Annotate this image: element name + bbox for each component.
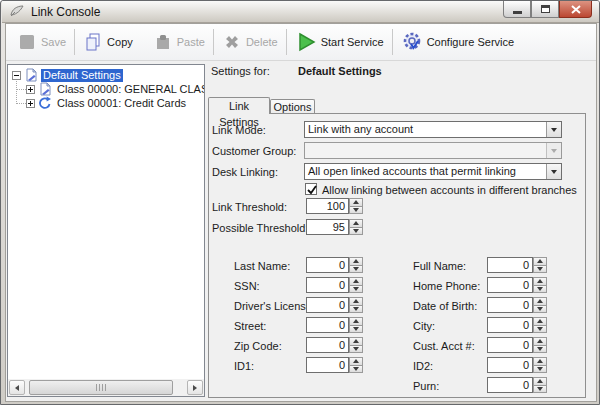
purn-input[interactable]: 0 [487, 377, 533, 393]
tree-item-class-00001[interactable]: Class 00001: Credit Cards [38, 96, 188, 110]
home-phone-spinner[interactable]: 0 [487, 277, 547, 293]
spin-up-button[interactable] [533, 337, 547, 346]
drivers-license-spinner[interactable]: 0 [306, 297, 363, 313]
possible-threshold-input[interactable]: 95 [306, 219, 349, 235]
id2-spinner[interactable]: 0 [487, 357, 547, 373]
tree-item-class-00000[interactable]: Class 00000: GENERAL CLASS OF BU [38, 82, 205, 96]
spin-up-button[interactable] [349, 277, 363, 286]
spin-up-icon [537, 299, 543, 303]
full-name-spinner[interactable]: 0 [487, 257, 547, 273]
link-threshold-spinner[interactable]: 100 [306, 198, 363, 214]
spin-up-button[interactable] [533, 377, 547, 386]
spin-down-button[interactable] [349, 366, 363, 374]
cust-acct-spinner[interactable]: 0 [487, 337, 547, 353]
allow-linking-checkbox[interactable] [305, 183, 317, 195]
collapse-toggle[interactable] [12, 71, 21, 80]
save-icon [17, 32, 37, 52]
city-spinner[interactable]: 0 [487, 317, 547, 333]
spin-down-button[interactable] [533, 306, 547, 314]
tree-horizontal-scrollbar[interactable] [8, 379, 204, 396]
spin-down-button[interactable] [349, 286, 363, 294]
spin-down-button[interactable] [349, 266, 363, 274]
date-of-birth-spinner[interactable]: 0 [487, 297, 547, 313]
city-input[interactable]: 0 [487, 317, 533, 333]
spin-down-button[interactable] [349, 306, 363, 314]
spin-down-icon [353, 367, 359, 371]
home-phone-input[interactable]: 0 [487, 277, 533, 293]
ssn-spinner[interactable]: 0 [306, 277, 363, 293]
desk-linking-dropdown[interactable]: All open linked accounts that permit lin… [304, 163, 562, 180]
spin-up-button[interactable] [533, 357, 547, 366]
toolbar-separator [286, 29, 287, 55]
purn-spinner[interactable]: 0 [487, 377, 547, 393]
spin-up-button[interactable] [533, 317, 547, 326]
spin-up-button[interactable] [349, 337, 363, 346]
scroll-right-button[interactable] [187, 380, 203, 395]
ssn-input[interactable]: 0 [306, 277, 349, 293]
save-button[interactable]: Save [14, 27, 69, 57]
expand-toggle[interactable] [26, 85, 35, 94]
expand-toggle[interactable] [26, 99, 35, 108]
id1-input[interactable]: 0 [306, 357, 349, 373]
spin-up-button[interactable] [533, 297, 547, 306]
configure-service-button[interactable]: Configure Service [398, 27, 517, 57]
last-name-input[interactable]: 0 [306, 257, 349, 273]
cust-acct-input[interactable]: 0 [487, 337, 533, 353]
spin-up-button[interactable] [533, 277, 547, 286]
copy-button[interactable]: Copy [80, 27, 136, 57]
link-mode-dropdown[interactable]: Link with any account [304, 121, 562, 138]
delete-button[interactable]: Delete [219, 27, 281, 57]
spin-down-button[interactable] [349, 326, 363, 334]
spin-down-button[interactable] [533, 346, 547, 354]
tab-options[interactable]: Options [270, 99, 315, 113]
spin-up-button[interactable] [349, 317, 363, 326]
spin-up-button[interactable] [349, 198, 363, 207]
spin-up-button[interactable] [349, 357, 363, 366]
zip-code-spinner[interactable]: 0 [306, 337, 363, 353]
date-of-birth-input[interactable]: 0 [487, 297, 533, 313]
id1-spinner[interactable]: 0 [306, 357, 363, 373]
zip-code-input[interactable]: 0 [306, 337, 349, 353]
spin-down-button[interactable] [533, 366, 547, 374]
desk-linking-label: Desk Linking: [212, 166, 278, 178]
close-button[interactable] [559, 1, 592, 18]
restore-button[interactable] [531, 1, 559, 18]
spin-up-icon [353, 200, 359, 204]
spin-up-button[interactable] [349, 257, 363, 266]
spin-down-button[interactable] [533, 326, 547, 334]
start-service-button[interactable]: Start Service [292, 27, 387, 57]
id2-input[interactable]: 0 [487, 357, 533, 373]
minimize-button[interactable] [503, 1, 531, 18]
titlebar[interactable]: Link Console [2, 1, 600, 23]
street-input[interactable]: 0 [306, 317, 349, 333]
dropdown-button[interactable] [546, 143, 561, 158]
dropdown-button[interactable] [546, 164, 561, 179]
paste-icon [153, 32, 173, 52]
spin-down-button[interactable] [349, 207, 363, 215]
scroll-left-button[interactable] [9, 380, 25, 395]
app-icon [9, 4, 25, 20]
street-spinner[interactable]: 0 [306, 317, 363, 333]
spin-down-button[interactable] [533, 266, 547, 274]
spin-down-button[interactable] [533, 286, 547, 294]
tab-label: Link Settings [219, 100, 259, 128]
home-phone-label: Home Phone: [413, 280, 480, 292]
spin-up-button[interactable] [349, 297, 363, 306]
tree-item-default-settings[interactable]: Default Settings [24, 68, 123, 82]
customer-group-dropdown[interactable] [304, 142, 562, 159]
last-name-spinner[interactable]: 0 [306, 257, 363, 273]
paste-button[interactable]: Paste [150, 27, 208, 57]
spin-down-button[interactable] [349, 346, 363, 354]
spin-up-button[interactable] [349, 219, 363, 228]
possible-threshold-spinner[interactable]: 95 [306, 219, 363, 235]
spin-up-button[interactable] [533, 257, 547, 266]
drivers-license-input[interactable]: 0 [306, 297, 349, 313]
spin-down-button[interactable] [533, 386, 547, 394]
full-name-input[interactable]: 0 [487, 257, 533, 273]
link-threshold-input[interactable]: 100 [306, 198, 349, 214]
scrollbar-thumb[interactable] [29, 380, 173, 395]
dropdown-button[interactable] [546, 122, 561, 137]
tab-link-settings[interactable]: Link Settings [208, 97, 270, 114]
spin-down-button[interactable] [349, 228, 363, 236]
window-controls [503, 1, 592, 18]
